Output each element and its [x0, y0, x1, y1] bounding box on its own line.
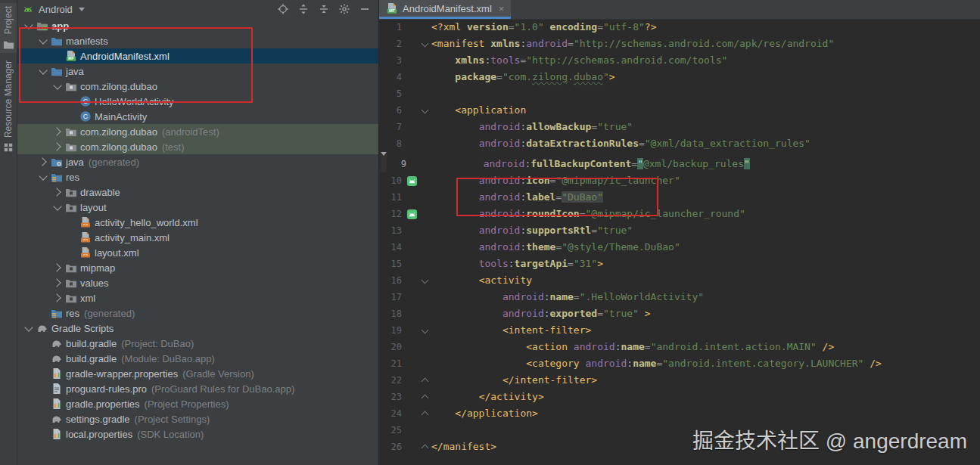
fold-marker-end-icon[interactable]: [420, 444, 430, 451]
code-text: </activity>: [430, 389, 544, 405]
tree-item-label: com.zilong.dubao: [80, 141, 157, 153]
hide-panel-icon[interactable]: [359, 3, 371, 15]
tree-item-app[interactable]: app: [17, 18, 378, 33]
tab-title: AndroidManifest.xml: [403, 3, 492, 14]
tree-item-activity-main-xml[interactable]: <>activity_main.xml: [17, 230, 378, 245]
tab-androidmanifest[interactable]: MF AndroidManifest.xml ×: [379, 0, 511, 19]
tree-item-label: AndroidManifest.xml: [80, 51, 170, 62]
chevron-right-icon[interactable]: [51, 129, 64, 135]
chevron-right-icon[interactable]: [51, 295, 64, 301]
chevron-right-icon[interactable]: [51, 265, 64, 271]
fold-marker-end-icon[interactable]: [420, 394, 430, 401]
tree-item-mainactivity[interactable]: CMainActivity: [17, 109, 378, 124]
tree-item-drawable[interactable]: drawable: [17, 184, 378, 200]
code-text: android:exported="true" >: [430, 305, 651, 322]
tree-item-settings-gradle[interactable]: settings.gradle(Project Settings): [17, 411, 378, 426]
tree-item-java[interactable]: java(generated): [17, 154, 378, 169]
svg-text:MF: MF: [389, 8, 396, 13]
tree-item-com-zilong-dubao[interactable]: com.zilong.dubao: [17, 79, 378, 94]
chevron-down-icon[interactable]: [51, 85, 64, 88]
code-line-3: 3 xmlns:tools="http://schemas.android.co…: [379, 52, 980, 69]
fold-marker-start-icon[interactable]: [420, 279, 430, 283]
fold-marker-end-icon[interactable]: [420, 411, 430, 417]
tree-item-mipmap[interactable]: mipmap: [17, 260, 378, 275]
tree-item-build-gradle[interactable]: build.gradle(Module: DuBao.app): [17, 351, 378, 366]
line-number: 23: [379, 389, 403, 405]
tree-item-annotation: (test): [162, 141, 185, 153]
tree-item-build-gradle[interactable]: build.gradle(Project: DuBao): [17, 336, 378, 351]
code-text: <intent-filter>: [430, 322, 591, 339]
locate-icon[interactable]: [277, 3, 289, 15]
line-number: 3: [379, 52, 403, 69]
tree-item-local-properties[interactable]: local.properties(SDK Location): [17, 426, 378, 442]
chevron-down-icon[interactable]: [36, 39, 50, 43]
xml-file-icon: <>: [79, 231, 92, 243]
tree-item-manifests[interactable]: manifests: [17, 33, 378, 48]
code-text: </intent-filter>: [430, 372, 597, 389]
tree-item-label: HelloWorldActivity: [95, 96, 174, 107]
line-number: 24: [379, 405, 403, 422]
tree-item-gradle-wrapper-properties[interactable]: gradle-wrapper.properties(Gradle Version…: [17, 366, 378, 381]
tree-item-label: Gradle Scripts: [51, 323, 114, 334]
code-editor[interactable]: 1<?xml version="1.0" encoding="utf-8"?>2…: [379, 19, 980, 465]
sidebar-item-project[interactable]: Project: [0, 3, 17, 53]
tree-item-java[interactable]: java: [17, 64, 378, 79]
chevron-right-icon[interactable]: [51, 189, 64, 195]
tree-item-annotation: (Project: DuBao): [121, 338, 194, 349]
tree-item-res[interactable]: res: [17, 169, 378, 184]
project-view-selector[interactable]: Android: [22, 3, 85, 15]
res-folder-icon: [51, 307, 63, 319]
settings-gear-icon[interactable]: [338, 3, 350, 15]
tree-item-layout-xml[interactable]: <>layout.xml: [17, 245, 378, 260]
code-line-6: 6 <application: [379, 102, 980, 119]
chevron-down-icon[interactable]: [36, 70, 50, 73]
svg-text:<>: <>: [82, 253, 89, 257]
tree-item-proguard-rules-pro[interactable]: proguard-rules.pro(ProGuard Rules for Du…: [17, 381, 378, 396]
chevron-right-icon[interactable]: [36, 159, 50, 165]
code-text: <?xml version="1.0" encoding="utf-8"?>: [430, 19, 656, 36]
sidebar-item-resource-manager[interactable]: Resource Manager: [0, 60, 17, 153]
launcher-preview-icon[interactable]: [406, 175, 418, 187]
code-line-4: 4 package="com.zilong.dubao">: [379, 69, 980, 85]
code-line-21: 21 <category android:name="android.inten…: [379, 355, 980, 372]
tree-item-label: drawable: [80, 187, 120, 198]
tree-item-androidmanifest-xml[interactable]: MFAndroidManifest.xml: [17, 48, 378, 64]
line-number: 2: [379, 36, 403, 52]
project-toolbar: Android: [17, 0, 378, 18]
tree-item-gradle-properties[interactable]: gradle.properties(Project Properties): [17, 396, 378, 411]
chevron-down-icon[interactable]: [36, 175, 50, 179]
tree-item-xml[interactable]: xml: [17, 290, 378, 305]
tree-item-label: res: [66, 172, 79, 183]
collapse-all-icon[interactable]: [318, 3, 330, 15]
tree-item-gradle-scripts[interactable]: Gradle Scripts: [17, 321, 378, 336]
fold-marker-start-icon[interactable]: [420, 329, 430, 333]
code-line-20: 20 <action android:name="android.intent.…: [379, 339, 980, 355]
tree-item-label: MainActivity: [95, 111, 147, 122]
code-line-13: 13 android:supportsRtl="true": [379, 222, 980, 239]
launcher-preview-icon[interactable]: [406, 208, 418, 220]
editor-pane: MF AndroidManifest.xml × 1<?xml version=…: [379, 0, 980, 465]
line-number: 7: [379, 119, 403, 135]
tree-item-com-zilong-dubao[interactable]: com.zilong.dubao(test): [17, 139, 378, 154]
chevron-down-icon[interactable]: [22, 24, 36, 28]
code-line-2: 2<manifest xmlns:android="http://schemas…: [379, 36, 980, 52]
tree-item-values[interactable]: values: [17, 275, 378, 290]
tree-item-layout[interactable]: layout: [17, 200, 378, 215]
fold-marker-start-icon[interactable]: [420, 42, 430, 46]
close-icon[interactable]: ×: [499, 3, 505, 14]
chevron-down-icon[interactable]: [51, 206, 64, 209]
chevron-down-icon[interactable]: [22, 327, 36, 330]
code-text: android:theme="@style/Theme.DuBao": [430, 239, 680, 256]
fold-marker-end-icon[interactable]: [420, 377, 430, 384]
tree-item-activity-hello-world-xml[interactable]: <>activity_hello_world.xml: [17, 215, 378, 230]
chevron-right-icon[interactable]: [51, 280, 64, 286]
tree-item-res[interactable]: res(generated): [17, 305, 378, 321]
tree-item-com-zilong-dubao[interactable]: com.zilong.dubao(androidTest): [17, 124, 378, 139]
generated-folder-icon: [51, 156, 63, 168]
expand-all-icon[interactable]: [297, 3, 310, 15]
chevron-right-icon[interactable]: [51, 144, 64, 150]
tree-item-helloworldactivity[interactable]: CHelloWorldActivity: [17, 94, 378, 109]
fold-marker-start-icon[interactable]: [420, 109, 430, 113]
tree-item-annotation: (generated): [84, 308, 135, 319]
code-line-12: 12 android:roundIcon="@mipmap/ic_launche…: [379, 206, 980, 222]
